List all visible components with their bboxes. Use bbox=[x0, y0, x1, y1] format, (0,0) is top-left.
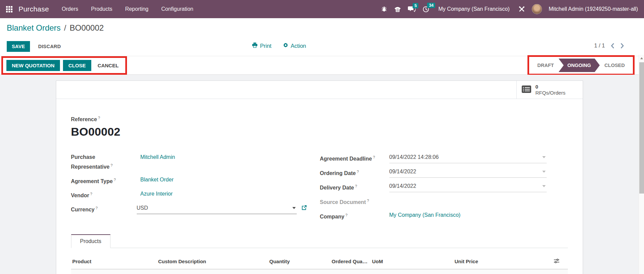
cancel-button[interactable]: CANCEL bbox=[94, 60, 122, 71]
title-block: Reference? BO00002 bbox=[71, 116, 568, 138]
dropdown-caret-icon[interactable] bbox=[542, 171, 546, 173]
currency-value: USD bbox=[137, 205, 148, 211]
rfqs-orders-stat-button[interactable]: 0 RFQs/Orders bbox=[516, 81, 583, 99]
agreement-type-value[interactable]: Blanket Order bbox=[140, 176, 174, 185]
close-button[interactable]: CLOSE bbox=[63, 60, 91, 71]
scrollbar-thumb[interactable] bbox=[639, 62, 644, 194]
dropdown-caret-icon[interactable] bbox=[542, 185, 546, 187]
menu-orders[interactable]: Orders bbox=[62, 6, 78, 12]
action-buttons-annotation-box: NEW QUOTATION CLOSE CANCEL bbox=[1, 56, 127, 75]
support-tools-icon[interactable] bbox=[518, 6, 525, 12]
col-uom[interactable]: UoM bbox=[371, 248, 453, 269]
purchase-representative-label: Purchase Representative? bbox=[71, 153, 128, 171]
tab-products[interactable]: Products bbox=[71, 234, 110, 248]
delivery-date-label: Delivery Date? bbox=[320, 182, 377, 192]
table-row[interactable]: Bacon Burger 1.00 0.00 Units 1.00 bbox=[71, 269, 568, 274]
cell-product[interactable]: Bacon Burger bbox=[71, 269, 157, 274]
field-column-left: Purchase Representative? Mitchell Admin … bbox=[71, 153, 307, 225]
cell-uom[interactable]: Units bbox=[371, 269, 453, 274]
status-ongoing[interactable]: ONGOING bbox=[558, 59, 600, 72]
cell-ordered-quantity[interactable]: 0.00 bbox=[330, 269, 371, 274]
topbar-menu: Orders Products Reporting Configuration bbox=[62, 6, 193, 12]
col-ordered-quantity[interactable]: Ordered Qua… bbox=[330, 248, 371, 269]
reference-value[interactable]: BO00002 bbox=[71, 125, 568, 138]
status-draft[interactable]: DRAFT bbox=[533, 59, 558, 72]
company-switcher[interactable]: My Company (San Francisco) bbox=[438, 6, 510, 12]
source-document-label: Source Document? bbox=[320, 197, 377, 206]
app-name[interactable]: Purchase bbox=[19, 5, 49, 13]
agreement-deadline-value: 09/14/2022 14:28:06 bbox=[389, 154, 439, 160]
menu-configuration[interactable]: Configuration bbox=[161, 6, 193, 12]
pager-counter: 1 / 1 bbox=[594, 42, 605, 49]
breadcrumb-parent[interactable]: Blanket Orders bbox=[7, 23, 61, 33]
optional-columns-button[interactable] bbox=[552, 248, 568, 269]
pager-previous-icon[interactable] bbox=[610, 43, 615, 48]
odoo-purchase-blanket-order-page: Purchase Orders Products Reporting Confi… bbox=[0, 0, 644, 274]
cell-unit-price[interactable]: 1.00 bbox=[453, 269, 552, 274]
pager-next-icon[interactable] bbox=[620, 43, 625, 48]
currency-input[interactable]: USD bbox=[137, 204, 297, 214]
menu-reporting[interactable]: Reporting bbox=[125, 6, 148, 12]
help-mark: ? bbox=[373, 155, 375, 159]
messages-badge: 5 bbox=[413, 3, 418, 8]
topbar-left: Purchase Orders Products Reporting Confi… bbox=[6, 5, 193, 13]
col-product[interactable]: Product bbox=[71, 248, 157, 269]
delete-row-button[interactable] bbox=[552, 269, 568, 274]
field-column-right: Agreement Deadline? 09/14/2022 14:28:06 … bbox=[320, 153, 568, 225]
products-table: Product Custom Description Quantity Orde… bbox=[71, 248, 568, 274]
help-mark: ? bbox=[355, 184, 357, 188]
col-unit-price[interactable]: Unit Price bbox=[453, 248, 552, 269]
action-button[interactable]: Action bbox=[283, 42, 306, 49]
form-sheet: 0 RFQs/Orders Reference? BO00002 bbox=[56, 80, 583, 274]
new-quotation-button[interactable]: NEW QUOTATION bbox=[6, 60, 60, 71]
messages-icon[interactable]: 5 bbox=[408, 6, 416, 12]
reference-label: Reference? bbox=[71, 116, 568, 123]
scrollbar-up-arrow-icon[interactable] bbox=[640, 57, 643, 59]
ordering-date-label: Ordering Date? bbox=[320, 168, 377, 178]
vertical-scrollbar[interactable] bbox=[639, 55, 644, 274]
agreement-deadline-input[interactable]: 09/14/2022 14:28:06 bbox=[389, 153, 547, 163]
voip-phone-icon[interactable] bbox=[394, 6, 401, 12]
external-link-icon[interactable] bbox=[301, 205, 307, 210]
purchase-representative-value[interactable]: Mitchell Admin bbox=[140, 153, 175, 171]
vendor-label: Vendor? bbox=[71, 190, 128, 200]
help-mark: ? bbox=[367, 199, 369, 203]
ordering-date-input[interactable]: 09/14/2022 bbox=[389, 168, 547, 178]
activities-badge: 34 bbox=[427, 3, 435, 8]
save-button[interactable]: SAVE bbox=[7, 41, 30, 52]
user-menu[interactable]: Mitchell Admin (19249250-master-all) bbox=[549, 6, 638, 12]
cell-quantity[interactable]: 1.00 bbox=[268, 269, 330, 274]
menu-products[interactable]: Products bbox=[91, 6, 112, 12]
ordering-date-value: 09/14/2022 bbox=[389, 169, 416, 174]
status-pipeline: DRAFT ONGOING CLOSED bbox=[533, 59, 630, 72]
status-closed[interactable]: CLOSED bbox=[600, 59, 630, 72]
debug-bug-icon[interactable] bbox=[381, 6, 387, 12]
gear-icon bbox=[283, 42, 288, 49]
print-button[interactable]: Print bbox=[252, 42, 271, 49]
agreement-type-label: Agreement Type? bbox=[71, 176, 128, 185]
status-annotation-box: DRAFT ONGOING CLOSED bbox=[527, 55, 635, 75]
discard-button[interactable]: DISCARD bbox=[38, 44, 61, 49]
help-mark: ? bbox=[114, 178, 116, 182]
field-grid: Purchase Representative? Mitchell Admin … bbox=[71, 153, 568, 225]
company-value[interactable]: My Company (San Francisco) bbox=[389, 211, 461, 221]
user-avatar[interactable] bbox=[532, 4, 542, 14]
cell-custom-description[interactable] bbox=[157, 269, 268, 274]
dropdown-caret-icon[interactable] bbox=[292, 207, 296, 209]
col-quantity[interactable]: Quantity bbox=[268, 248, 330, 269]
delivery-date-input[interactable]: 09/14/2022 bbox=[389, 182, 547, 192]
topbar-right: 5 34 My Company (San Francisco) bbox=[381, 4, 638, 14]
field-agreement-type: Agreement Type? Blanket Order bbox=[71, 176, 307, 185]
field-vendor: Vendor? Azure Interior bbox=[71, 190, 307, 200]
agreement-deadline-label: Agreement Deadline? bbox=[320, 153, 377, 163]
help-mark: ? bbox=[90, 192, 92, 196]
control-panel: SAVE DISCARD Print bbox=[0, 38, 639, 56]
col-custom-description[interactable]: Custom Description bbox=[157, 248, 268, 269]
dropdown-caret-icon[interactable] bbox=[542, 156, 546, 158]
field-company: Company? My Company (San Francisco) bbox=[320, 211, 568, 221]
print-label: Print bbox=[260, 43, 271, 49]
activities-clock-icon[interactable]: 34 bbox=[422, 6, 429, 13]
vendor-value[interactable]: Azure Interior bbox=[140, 190, 173, 200]
rfqs-count: 0 bbox=[536, 84, 566, 90]
apps-grid-icon[interactable] bbox=[6, 6, 12, 12]
